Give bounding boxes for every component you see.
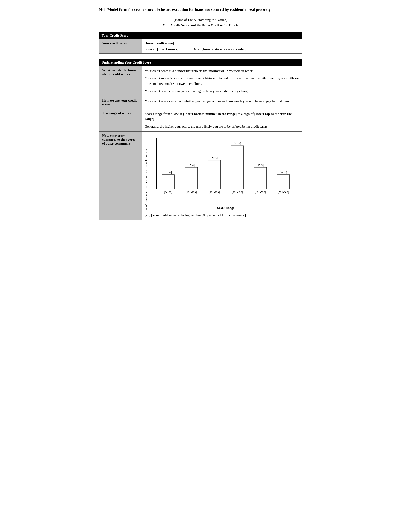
bar-label-1: [15%] (187, 164, 195, 167)
score-insert: [Insert credit score] (145, 41, 299, 45)
y-axis-label: % of Consumers with Scores in a Particul… (145, 149, 151, 210)
paragraph-2-1: Generally, the higher your score, the mo… (145, 124, 299, 129)
row-label-2: The range of scores (99, 109, 142, 132)
understanding-row-2: The range of scoresScores range from a l… (99, 109, 302, 132)
row-content-1: Your credit score can affect whether you… (142, 96, 302, 109)
bar-label-0: [10%] (164, 171, 172, 174)
date-label: Date: [Insert date score was created] (192, 47, 246, 51)
credit-score-content: [Insert credit score] Source: [Insert so… (142, 39, 302, 53)
chart-container: % of Consumers with Scores in a Particul… (145, 134, 299, 210)
row-label-0: What you should know about credit scores (99, 66, 142, 96)
credit-score-label: Your credit score (99, 39, 142, 53)
paragraph-0-1: Your credit report is a record of your c… (145, 76, 299, 86)
bar-label-4: [15%] (257, 164, 264, 167)
x-label-4: [401-500] (255, 191, 266, 194)
row-content-0: Your credit score is a number that refle… (142, 66, 302, 96)
chart-svg-wrapper: [10%][0-100][15%][101-200][20%][201-300]… (153, 136, 299, 210)
understanding-table: Understanding Your Credit Score What you… (99, 59, 302, 220)
subtitle-line1: [Name of Entity Providing the Notice] (99, 17, 302, 23)
source-label: Source: [Insert source] (145, 47, 179, 51)
x-axis-title: Score Range (153, 206, 299, 210)
x-label-5: [501-600] (278, 191, 289, 194)
bar-0 (162, 175, 175, 189)
paragraph-0-0: Your credit score is a number that refle… (145, 68, 299, 74)
bar-1 (185, 167, 198, 189)
bar-3 (231, 146, 244, 189)
understanding-row-1: How we use your credit scoreYour credit … (99, 96, 302, 109)
understanding-row-0: What you should know about credit scores… (99, 66, 302, 96)
page-title: H-4. Model form for credit score disclos… (99, 7, 302, 13)
row-label-3: How your score compares to the scores of… (99, 132, 142, 220)
row-content-2: Scores range from a low of [Insert botto… (142, 109, 302, 132)
chart-area: % of Consumers with Scores in a Particul… (145, 134, 299, 210)
credit-score-row: Your credit score [Insert credit score] … (99, 39, 302, 53)
x-label-3: [301-400] (232, 191, 243, 194)
bar-5 (277, 175, 290, 189)
understanding-row-3: How your score compares to the scores of… (99, 132, 302, 220)
row-label-1: How we use your credit score (99, 96, 142, 109)
x-label-2: [201-300] (209, 191, 220, 194)
subtitle-block: [Name of Entity Providing the Notice] Yo… (99, 17, 302, 28)
bar-2 (208, 160, 220, 189)
bar-label-2: [20%] (210, 156, 218, 160)
paragraph-0-2: Your credit score can change, depending … (145, 89, 299, 94)
row-content-3: % of Consumers with Scores in a Particul… (142, 132, 302, 220)
paragraph-1-0: Your credit score can affect whether you… (145, 99, 299, 104)
or-line: [or] [Your credit score ranks higher tha… (145, 213, 299, 218)
x-label-0: [0-100] (164, 191, 172, 194)
table2-header: Understanding Your Credit Score (99, 59, 302, 66)
subtitle-line2: Your Credit Score and the Price You Pay … (99, 23, 302, 28)
table1-header: Your Credit Score (99, 32, 302, 39)
paragraph-2-0: Scores range from a low of [Insert botto… (145, 111, 299, 122)
x-label-1: [101-200] (186, 191, 197, 194)
credit-score-table: Your Credit Score Your credit score [Ins… (99, 32, 302, 54)
source-date-block: Source: [Insert source] Date: [Insert da… (145, 47, 299, 51)
bar-label-3: [30%] (233, 142, 241, 145)
bar-chart-svg: [10%][0-100][15%][101-200][20%][201-300]… (153, 136, 299, 205)
bar-4 (254, 167, 267, 189)
bar-label-5: [10%] (279, 171, 287, 174)
